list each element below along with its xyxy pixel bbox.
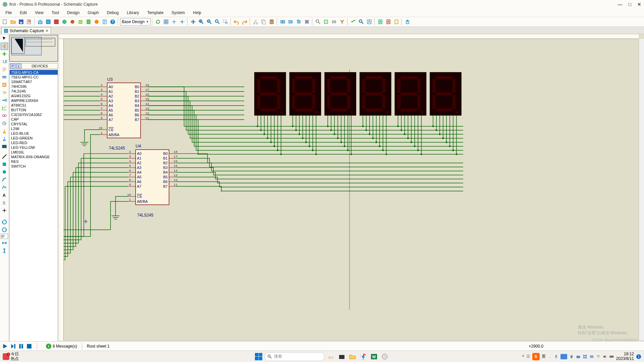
close-project-icon[interactable]: ✕: [25, 18, 33, 25]
design-overview[interactable]: [9, 35, 58, 62]
pause-button[interactable]: [18, 343, 24, 349]
design-combo[interactable]: Base Design▼: [120, 18, 151, 25]
tray-app-icon[interactable]: 菜: [526, 354, 530, 359]
device-item[interactable]: LED-GREEN: [10, 136, 58, 140]
2d-path-icon[interactable]: [1, 184, 8, 191]
ime-language[interactable]: 英: [542, 354, 546, 359]
device-item[interactable]: LED-YELLOW: [10, 145, 58, 150]
decompose-icon[interactable]: [338, 18, 346, 25]
device-item[interactable]: AGM1232G: [10, 94, 58, 98]
explorer-icon[interactable]: [348, 352, 357, 361]
current-probe-icon[interactable]: [1, 135, 8, 142]
library-button[interactable]: L: [16, 64, 21, 68]
device-item[interactable]: 74HC595: [10, 84, 58, 89]
zoom-all-icon[interactable]: [214, 18, 221, 25]
paste-icon[interactable]: [268, 18, 275, 25]
menu-debug[interactable]: Debug: [104, 10, 122, 16]
device-item[interactable]: AT89C51: [10, 103, 58, 108]
copy-icon[interactable]: [260, 18, 267, 25]
pick-device-button[interactable]: P: [10, 64, 15, 68]
menu-edit[interactable]: Edit: [16, 10, 30, 16]
device-list[interactable]: 7SEG-MPX1-CA7SEG-MPX1-CC10WATT4R774HC595…: [9, 70, 58, 345]
menu-graph[interactable]: Graph: [84, 10, 102, 16]
block-move-icon[interactable]: [287, 18, 294, 25]
clock[interactable]: 18:122023/8/11: [616, 352, 634, 361]
device-item[interactable]: LM016L: [10, 150, 58, 155]
menu-design[interactable]: Design: [64, 10, 83, 16]
erc-icon[interactable]: [93, 18, 100, 25]
tab-close-icon[interactable]: ✕: [45, 28, 49, 33]
device-item[interactable]: 7SEG-MPX1-CA: [10, 70, 58, 75]
device-item[interactable]: 7SEG-MPX1-CC: [10, 75, 58, 79]
packaging-icon[interactable]: [330, 18, 338, 25]
tape-icon[interactable]: [1, 112, 8, 119]
tab-schematic[interactable]: Schematic Capture ✕: [1, 27, 51, 34]
2d-line-icon[interactable]: [1, 153, 8, 160]
step-button[interactable]: [10, 343, 16, 349]
terminal-icon[interactable]: [1, 89, 8, 96]
2d-arc-icon[interactable]: [1, 176, 8, 183]
ime-punct-icon[interactable]: ，: [548, 354, 552, 359]
make-device-icon[interactable]: [322, 18, 330, 25]
new-sheet-icon[interactable]: [377, 18, 384, 25]
wire-label-icon[interactable]: LBL: [1, 58, 8, 65]
menu-view[interactable]: View: [32, 10, 47, 16]
stop-button[interactable]: [26, 343, 32, 349]
grid-icon[interactable]: [162, 18, 170, 25]
device-item[interactable]: LED-RED: [10, 140, 58, 145]
2d-circle-icon[interactable]: [1, 168, 8, 176]
2d-box-icon[interactable]: [1, 161, 8, 168]
search-icon[interactable]: [358, 18, 365, 25]
snap-icon[interactable]: [170, 18, 178, 25]
menu-template[interactable]: Template: [144, 10, 167, 16]
generator-icon[interactable]: [1, 120, 8, 127]
excel-icon[interactable]: W: [370, 352, 378, 361]
3d-icon[interactable]: [61, 18, 68, 25]
battery-icon[interactable]: [609, 354, 614, 359]
play-button[interactable]: [2, 343, 8, 349]
cut-icon[interactable]: [252, 18, 259, 25]
weather-widget[interactable]: 今日热点: [3, 352, 19, 361]
menu-library[interactable]: Library: [123, 10, 143, 16]
messages-indicator[interactable]: i 8 Message(s): [46, 344, 77, 349]
mic-icon[interactable]: [554, 354, 558, 359]
goto-sheet-icon[interactable]: [393, 18, 400, 25]
device-item[interactable]: SWITCH: [10, 164, 58, 169]
device-pin-icon[interactable]: [1, 97, 8, 104]
rotate-cw-icon[interactable]: [1, 218, 8, 226]
device-item[interactable]: 74LS245: [10, 89, 58, 94]
2d-text-icon[interactable]: A: [1, 191, 8, 199]
undo-icon[interactable]: [233, 18, 240, 25]
device-item[interactable]: CAP: [10, 117, 58, 122]
grid-tray-icon[interactable]: [583, 354, 587, 359]
close-button[interactable]: ✕: [637, 2, 641, 7]
vertical-scrollbar[interactable]: [639, 39, 644, 341]
schematic-icon[interactable]: [45, 18, 52, 25]
tray-overflow-icon[interactable]: ^: [522, 354, 524, 359]
flip-v-icon[interactable]: [1, 247, 8, 254]
block-copy-icon[interactable]: [279, 18, 286, 25]
property-icon[interactable]: A: [366, 18, 373, 25]
schematic-canvas[interactable]: U374LS245A02B018A13B117A24B216A35B315A46…: [59, 34, 644, 346]
new-project-icon[interactable]: [1, 18, 9, 25]
device-item[interactable]: AMPIRE128X64: [10, 98, 58, 103]
task-pinned-2[interactable]: [337, 352, 346, 361]
origin-icon[interactable]: [178, 18, 186, 25]
toolbox-icon[interactable]: [576, 354, 581, 359]
exit-icon[interactable]: [404, 18, 411, 25]
task-pinned-1[interactable]: [327, 352, 335, 361]
device-item[interactable]: CRYSTAL: [10, 122, 58, 126]
design-explorer-icon[interactable]: [77, 18, 84, 25]
skin-icon[interactable]: [569, 354, 574, 359]
minimize-button[interactable]: —: [618, 2, 623, 7]
home-icon[interactable]: [37, 18, 44, 25]
gerber-icon[interactable]: [69, 18, 76, 25]
zoom-out-icon[interactable]: [206, 18, 213, 25]
pcb-icon[interactable]: [53, 18, 60, 25]
marker-icon[interactable]: [1, 207, 8, 214]
instruments-icon[interactable]: [1, 143, 8, 150]
pan-icon[interactable]: [190, 18, 197, 25]
bom-icon[interactable]: [85, 18, 92, 25]
wire-autoroute-icon[interactable]: [350, 18, 357, 25]
open-icon[interactable]: [9, 18, 17, 25]
